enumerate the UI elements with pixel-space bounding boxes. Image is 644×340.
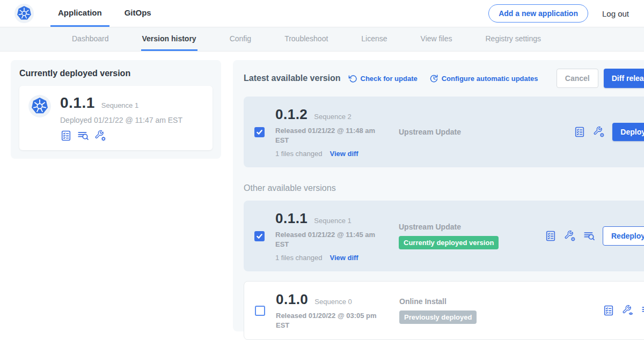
version-row-0-1-2: 0.1.2 Sequence 2 Released 01/21/22 @ 11:… [244,97,644,167]
redeploy-button[interactable]: Redeploy [603,226,644,246]
version-source-label: Online Install [399,297,545,306]
sequence-label: Sequence 0 [314,298,352,306]
edit-config-icon[interactable] [593,126,605,138]
version-number: 0.1.1 [275,210,308,227]
sequence-label: Sequence 1 [314,217,351,225]
subnav-registry-settings[interactable]: Registry settings [484,27,541,51]
subnav-dashboard[interactable]: Dashboard [71,27,110,51]
top-tabs: Application GitOps [50,0,166,27]
check-for-update-label: Check for update [361,75,418,83]
currently-deployed-badge: Currently deployed version [399,236,499,249]
auto-update-clock-icon [429,74,438,83]
edit-config-icon[interactable] [564,230,576,242]
app-logo-icon [28,94,52,118]
deployed-version-card: 0.1.1 Sequence 1 Deployed 01/21/22 @ 11:… [19,86,213,150]
currently-deployed-panel: Currently deployed version 0.1.1 Sequenc… [11,60,221,159]
add-application-button[interactable]: Add a new application [488,4,588,23]
released-timestamp: Released 01/21/22 @ 11:48 am EST [275,126,392,145]
version-checkbox[interactable] [254,127,265,137]
version-checkbox[interactable] [254,231,265,241]
diff-releases-button[interactable]: Diff releases [604,69,644,88]
top-nav: Application GitOps Add a new application… [0,0,644,27]
version-source-label: Upstream Update [399,223,545,231]
view-diff-link[interactable]: View diff [330,254,358,262]
files-changed-label: 1 files changed [275,150,322,158]
view-config-icon[interactable] [622,305,634,316]
preflight-checks-icon[interactable] [545,230,557,242]
version-row-0-1-1: 0.1.1 Sequence 1 Released 01/21/22 @ 11:… [244,201,644,271]
latest-version-header: Latest available version Check for updat… [244,69,644,88]
deploy-button[interactable]: Deploy [612,123,644,141]
subnav-view-files[interactable]: View files [420,27,453,51]
subnav-config[interactable]: Config [229,27,252,51]
currently-deployed-title: Currently deployed version [19,69,213,78]
version-row-0-1-0: 0.1.0 Sequence 0 Released 01/20/22 @ 03:… [244,281,644,340]
app-sub-nav: Dashboard Version history Config Trouble… [0,27,644,51]
subnav-license[interactable]: License [360,27,388,51]
check-for-update-link[interactable]: Check for update [348,74,418,83]
deployed-version-number: 0.1.1 [60,94,95,112]
previously-deployed-badge: Previously deployed [399,311,477,324]
files-changed-label: 1 files changed [275,254,322,262]
deploy-logs-icon[interactable] [77,130,89,142]
deploy-logs-icon[interactable] [583,230,595,242]
refresh-icon [348,74,357,83]
logout-link[interactable]: Log out [602,9,629,18]
version-history-panel: Latest available version Check for updat… [233,60,644,331]
deploy-logs-icon[interactable] [641,305,644,316]
configure-auto-updates-label: Configure automatic updates [442,75,538,83]
subnav-troubleshoot[interactable]: Troubleshoot [283,27,329,51]
kubernetes-logo-icon [14,3,34,24]
version-source-label: Upstream Update [399,128,545,136]
preflight-checks-icon[interactable] [60,130,72,142]
subnav-version-history[interactable]: Version history [141,27,197,51]
version-checkbox[interactable] [255,306,265,316]
view-diff-link[interactable]: View diff [330,150,358,158]
other-versions-title: Other available versions [244,183,644,193]
top-nav-right: Add a new application Log out [488,4,644,23]
released-timestamp: Released 01/20/22 @ 03:05 pm EST [276,311,393,330]
tab-application-label: Application [58,8,102,17]
cancel-button[interactable]: Cancel [557,69,598,88]
tab-gitops-label: GitOps [125,8,151,17]
preflight-checks-icon[interactable] [603,305,614,316]
configure-auto-updates-link[interactable]: Configure automatic updates [429,74,538,83]
tab-application[interactable]: Application [50,0,109,27]
released-timestamp: Released 01/21/22 @ 11:45 am EST [275,230,392,249]
preflight-checks-icon[interactable] [574,126,586,138]
deployed-timestamp: Deployed 01/21/22 @ 11:47 am EST [60,116,182,124]
version-number: 0.1.2 [275,106,308,123]
deployed-sequence-label: Sequence 1 [101,101,138,109]
edit-config-icon[interactable] [94,130,106,142]
tab-gitops[interactable]: GitOps [117,0,159,27]
version-number: 0.1.0 [276,291,308,308]
sequence-label: Sequence 2 [314,113,351,121]
latest-version-title: Latest available version [244,73,341,83]
